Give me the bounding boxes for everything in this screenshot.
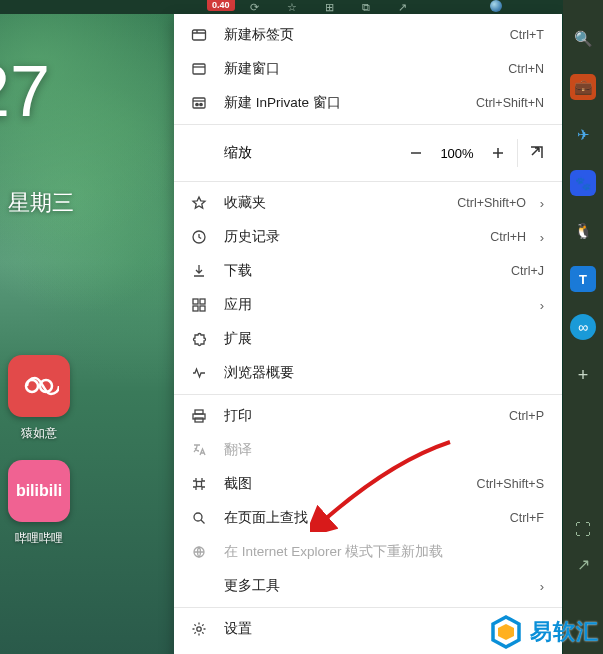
topbar-icon[interactable]: ↗	[398, 1, 407, 14]
quick-tiles: 猿如意 bilibili 哔哩哔哩	[8, 355, 70, 565]
menu-item[interactable]: 扩展	[174, 322, 562, 356]
rail-search-icon[interactable]: 🔍	[570, 26, 596, 52]
menu-item[interactable]: 在页面上查找Ctrl+F	[174, 501, 562, 535]
profile-avatar[interactable]	[490, 0, 502, 12]
menu-item: 在 Internet Explorer 模式下重新加载	[174, 535, 562, 569]
menu-item-shortcut: Ctrl+Shift+N	[476, 96, 544, 110]
watermark-logo-icon	[488, 614, 524, 650]
menu-item-label: 新建窗口	[224, 60, 508, 78]
svg-point-5	[196, 103, 198, 105]
tab-icon	[190, 26, 208, 44]
zoom-percent: 100%	[433, 146, 481, 161]
zoom-label: 缩放	[224, 144, 324, 162]
apps-icon	[190, 296, 208, 314]
svg-point-16	[194, 513, 202, 521]
download-icon	[190, 262, 208, 280]
rail-briefcase-icon[interactable]: 💼	[570, 74, 596, 100]
menu-item[interactable]: 收藏夹Ctrl+Shift+O›	[174, 186, 562, 220]
infinity-icon	[19, 366, 59, 406]
fullscreen-button[interactable]	[520, 136, 554, 170]
menu-item-shortcut: Ctrl+Shift+S	[477, 477, 544, 491]
extension-badge[interactable]: 0.40	[207, 0, 235, 11]
menu-item[interactable]: 下载Ctrl+J	[174, 254, 562, 288]
menu-item[interactable]: 截图Ctrl+Shift+S	[174, 467, 562, 501]
screenshot-icon	[190, 475, 208, 493]
menu-item-shortcut: Ctrl+Shift+O	[457, 196, 526, 210]
menu-item[interactable]: 新建 InPrivate 窗口Ctrl+Shift+N	[174, 86, 562, 120]
topbar-icons: ⟳ ☆ ⊞ ⧉ ↗	[250, 1, 407, 14]
svg-rect-15	[197, 482, 202, 487]
rail-send-icon[interactable]: ✈	[570, 122, 596, 148]
clock-date: 27	[0, 50, 50, 132]
menu-item-shortcut: Ctrl+P	[509, 409, 544, 423]
tile-label-0: 猿如意	[8, 425, 70, 442]
svg-rect-3	[193, 64, 205, 74]
ie-icon	[190, 543, 208, 561]
topbar-icon[interactable]: ⟳	[250, 1, 259, 14]
svg-point-6	[200, 103, 202, 105]
menu-item[interactable]: 打印Ctrl+P	[174, 399, 562, 433]
weekday-label: 星期三	[8, 188, 74, 218]
zoom-in-button[interactable]	[481, 136, 515, 170]
menu-item[interactable]: 浏览器概要	[174, 356, 562, 390]
menu-item-label: 新建标签页	[224, 26, 510, 44]
menu-item-shortcut: Ctrl+T	[510, 28, 544, 42]
rail-app-icon[interactable]: T	[570, 266, 596, 292]
menu-item-label: 在 Internet Explorer 模式下重新加载	[224, 543, 544, 561]
find-icon	[190, 509, 208, 527]
chevron-right-icon: ›	[532, 230, 544, 245]
gear-icon	[190, 620, 208, 638]
menu-item[interactable]: 新建标签页Ctrl+T	[174, 18, 562, 52]
rail-add-icon[interactable]: +	[570, 362, 596, 388]
browser-menu: 新建标签页Ctrl+T新建窗口Ctrl+N新建 InPrivate 窗口Ctrl…	[174, 14, 562, 654]
menu-item-label: 扩展	[224, 330, 544, 348]
puzzle-icon	[190, 330, 208, 348]
tile-label-1: 哔哩哔哩	[8, 530, 70, 547]
svg-rect-8	[193, 299, 198, 304]
svg-rect-11	[200, 306, 205, 311]
topbar-icon[interactable]: ☆	[287, 1, 297, 14]
menu-item-label: 新建 InPrivate 窗口	[224, 94, 476, 112]
menu-item[interactable]: 应用›	[174, 288, 562, 322]
translate-icon	[190, 441, 208, 459]
menu-separator	[174, 607, 562, 608]
chevron-right-icon: ›	[532, 579, 544, 594]
svg-rect-10	[193, 306, 198, 311]
svg-rect-14	[195, 418, 203, 422]
tile-yuanruyi[interactable]	[8, 355, 70, 417]
blank-icon	[190, 577, 208, 595]
menu-item-label: 更多工具	[224, 577, 526, 595]
zoom-out-button[interactable]	[399, 136, 433, 170]
pulse-icon	[190, 364, 208, 382]
menu-item[interactable]: 新建窗口Ctrl+N	[174, 52, 562, 86]
rail-cloud-icon[interactable]: ∞	[570, 314, 596, 340]
svg-rect-4	[193, 98, 205, 108]
menu-separator	[174, 181, 562, 182]
menu-item-shortcut: Ctrl+H	[490, 230, 526, 244]
watermark-text: 易软汇	[530, 617, 599, 647]
svg-point-18	[197, 627, 201, 631]
rail-paw-icon[interactable]: 🐾	[570, 170, 596, 196]
print-icon	[190, 407, 208, 425]
rail-screenshot-icon[interactable]: ⛶	[575, 521, 591, 539]
menu-item: 翻译	[174, 433, 562, 467]
history-icon	[190, 228, 208, 246]
menu-item-label: 浏览器概要	[224, 364, 544, 382]
rail-penguin-icon[interactable]: 🐧	[570, 218, 596, 244]
star-icon	[190, 194, 208, 212]
menu-item-label: 下载	[224, 262, 511, 280]
topbar-icon[interactable]: ⊞	[325, 1, 334, 14]
menu-item-label: 截图	[224, 475, 477, 493]
wallpaper: 27 星期三 猿如意 bilibili 哔哩哔哩	[0, 0, 180, 654]
menu-item[interactable]: 更多工具›	[174, 569, 562, 603]
side-rail: 🔍 💼 ✈ 🐾 🐧 T ∞ + ⛶ ↗	[563, 0, 603, 654]
topbar-icon[interactable]: ⧉	[362, 1, 370, 14]
svg-rect-2	[193, 30, 206, 40]
rail-share-icon[interactable]: ↗	[577, 555, 590, 574]
menu-item[interactable]: 历史记录Ctrl+H›	[174, 220, 562, 254]
chevron-right-icon: ›	[532, 298, 544, 313]
menu-separator	[174, 394, 562, 395]
menu-item-label: 在页面上查找	[224, 509, 510, 527]
tile-bilibili[interactable]: bilibili	[8, 460, 70, 522]
menu-item-label: 历史记录	[224, 228, 490, 246]
